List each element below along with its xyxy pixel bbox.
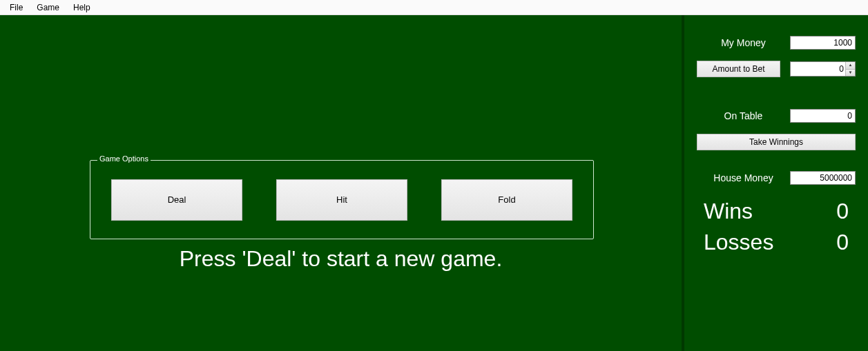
deal-button[interactable]: Deal	[111, 179, 242, 221]
losses-row: Losses 0	[697, 230, 856, 255]
sidebar: My Money 1000 Amount to Bet ▲ ▼ On Table…	[682, 15, 868, 351]
wins-row: Wins 0	[697, 199, 856, 224]
take-winnings-button[interactable]: Take Winnings	[697, 134, 856, 150]
game-options-group: Game Options Deal Hit Fold	[90, 160, 594, 239]
play-area: Game Options Deal Hit Fold Press 'Deal' …	[0, 15, 682, 351]
fold-button[interactable]: Fold	[441, 179, 572, 221]
losses-label: Losses	[704, 230, 773, 255]
content-area: Game Options Deal Hit Fold Press 'Deal' …	[0, 15, 868, 351]
on-table-row: On Table 0	[697, 109, 856, 123]
bet-spinner-up-icon[interactable]: ▲	[845, 62, 855, 70]
my-money-label: My Money	[697, 37, 790, 48]
on-table-value: 0	[790, 109, 856, 123]
game-options-legend: Game Options	[97, 154, 151, 163]
game-options-row: Deal Hit Fold	[111, 168, 572, 239]
hit-button[interactable]: Hit	[276, 179, 407, 221]
on-table-label: On Table	[697, 110, 790, 121]
my-money-value: 1000	[790, 36, 856, 50]
menu-game[interactable]: Game	[30, 1, 66, 14]
amount-to-bet-stepper[interactable]: ▲ ▼	[790, 61, 856, 77]
losses-value: 0	[836, 230, 849, 255]
my-money-row: My Money 1000	[697, 36, 856, 50]
stats-block: Wins 0 Losses 0	[697, 199, 856, 255]
wins-value: 0	[836, 199, 849, 224]
amount-to-bet-button[interactable]: Amount to Bet	[697, 61, 780, 77]
hint-text: Press 'Deal' to start a new game.	[0, 246, 682, 272]
amount-to-bet-row: Amount to Bet ▲ ▼	[697, 61, 856, 77]
house-money-label: House Money	[697, 172, 790, 183]
house-money-row: House Money 5000000	[697, 171, 856, 185]
house-money-value: 5000000	[790, 171, 856, 185]
bet-spinner-down-icon[interactable]: ▼	[845, 70, 855, 77]
menubar: File Game Help	[0, 0, 868, 15]
menu-help[interactable]: Help	[66, 1, 97, 14]
wins-label: Wins	[704, 199, 753, 224]
menu-file[interactable]: File	[3, 1, 30, 14]
